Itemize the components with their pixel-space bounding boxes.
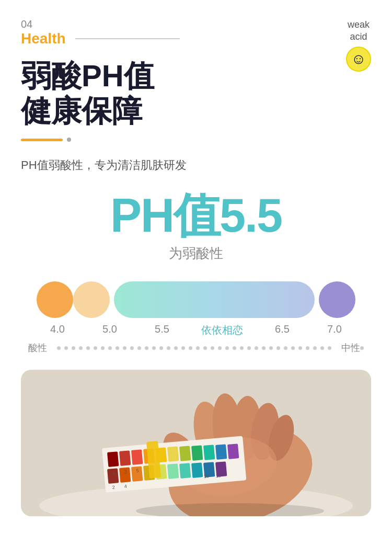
scale-dot: [255, 346, 258, 350]
ph-circles-row: [26, 281, 366, 318]
scale-dot: [298, 346, 302, 350]
ph-strip-svg: 1 3 5 7 2 4 10 12: [21, 370, 371, 516]
svg-rect-17: [179, 446, 191, 462]
section-number: 04: [21, 19, 371, 29]
scale-dot: [94, 346, 97, 350]
scale-dot: [196, 346, 200, 350]
svg-rect-18: [191, 446, 203, 461]
scale-dot: [262, 346, 266, 350]
scale-label-4: 4.0: [44, 323, 71, 337]
scale-dot: [57, 346, 61, 350]
svg-rect-27: [167, 464, 179, 480]
scale-dot: [233, 346, 236, 350]
section-divider: [75, 38, 180, 39]
scale-dot: [137, 346, 141, 350]
scale-dot: [240, 346, 244, 350]
trailing-dot: [360, 346, 364, 350]
ph-gradient-bar: [114, 281, 315, 318]
scale-label-5: 5.0: [97, 323, 123, 337]
description-text: PH值弱酸性，专为清洁肌肤研发: [21, 157, 371, 173]
scale-dot: [276, 346, 280, 350]
main-title: 弱酸PH值 健康保障: [21, 59, 371, 128]
ph-circle-4: [37, 281, 73, 318]
weak-acid-text: weak acid: [348, 19, 370, 43]
scale-dot: [284, 346, 287, 350]
section-label: Health: [21, 30, 66, 47]
section-header: Health: [21, 30, 371, 47]
title-line1: 弱酸PH值: [21, 59, 371, 94]
page: weak acid ☺ 04 Health 弱酸PH值 健康保障 PH值弱酸性，…: [0, 0, 392, 534]
scale-dot: [123, 346, 126, 350]
scale-dot: [167, 346, 170, 350]
scale-dot: [159, 346, 163, 350]
ph-circle-5: [73, 281, 110, 318]
scale-dot: [152, 346, 156, 350]
scale-labels: 4.0 5.0 5.5 依依相恋 6.5 7.0: [26, 323, 366, 337]
svg-text:3: 3: [124, 469, 127, 474]
svg-rect-28: [179, 463, 191, 479]
scale-label-brand: 依依相恋: [201, 323, 243, 337]
ph-strip-image: 1 3 5 7 2 4 10 12: [21, 370, 371, 516]
scale-label-55: 5.5: [149, 323, 175, 337]
svg-text:5: 5: [136, 468, 139, 473]
scale-dot: [225, 346, 229, 350]
svg-text:12: 12: [215, 473, 221, 479]
scale-dot: [130, 346, 134, 350]
title-line2: 健康保障: [21, 94, 371, 129]
scale-dot: [86, 346, 90, 350]
ph-display: PH值5.5: [21, 192, 371, 239]
scale-dot: [101, 346, 105, 350]
scale-dot: [203, 346, 207, 350]
ph-circle-7: [319, 281, 355, 318]
svg-rect-29: [191, 463, 203, 479]
ph-value: PH值5.5: [21, 192, 371, 239]
ph-gradient-bar-wrapper: [114, 281, 315, 318]
scale-dot: [181, 346, 185, 350]
scale-dot: [145, 346, 148, 350]
smiley-icon: ☺: [346, 47, 371, 72]
accent-line: [21, 138, 371, 142]
scale-dot: [291, 346, 295, 350]
svg-rect-11: [107, 452, 119, 468]
svg-text:1: 1: [112, 470, 115, 475]
svg-text:10: 10: [203, 474, 209, 480]
scale-dot: [211, 346, 214, 350]
scale-dot: [218, 346, 222, 350]
svg-rect-16: [167, 447, 179, 462]
svg-rect-13: [131, 450, 143, 465]
scale-dot: [328, 346, 331, 350]
scale-dot: [306, 346, 309, 350]
scale-dot: [108, 346, 112, 350]
svg-rect-12: [119, 451, 131, 467]
scale-dot: [320, 346, 324, 350]
scale-dot: [313, 346, 317, 350]
scale-dot: [189, 346, 192, 350]
accent-dot: [67, 138, 71, 142]
neutral-label: 中性: [341, 342, 360, 354]
scale-label-7: 7.0: [321, 323, 348, 337]
scale-dot: [72, 346, 75, 350]
scale-dot: [116, 346, 119, 350]
scale-dot: [174, 346, 178, 350]
scale-dot: [269, 346, 273, 350]
acid-label: 酸性: [28, 342, 47, 354]
svg-rect-19: [203, 445, 215, 461]
ph-scale: 4.0 5.0 5.5 依依相恋 6.5 7.0 酸性 中性: [21, 281, 371, 354]
scale-dot: [247, 346, 251, 350]
ph-subtitle: 为弱酸性: [21, 244, 371, 263]
weak-acid-badge: weak acid ☺: [346, 19, 371, 72]
accent-bar: [21, 139, 63, 141]
dots-row: 酸性 中性: [26, 342, 366, 354]
dots-middle: [51, 346, 337, 350]
scale-label-65: 6.5: [269, 323, 295, 337]
scale-dot: [64, 346, 68, 350]
svg-rect-20: [215, 445, 227, 460]
scale-dot: [79, 346, 83, 350]
svg-text:2: 2: [112, 485, 115, 490]
svg-text:4: 4: [124, 484, 127, 489]
svg-rect-21: [227, 444, 239, 460]
